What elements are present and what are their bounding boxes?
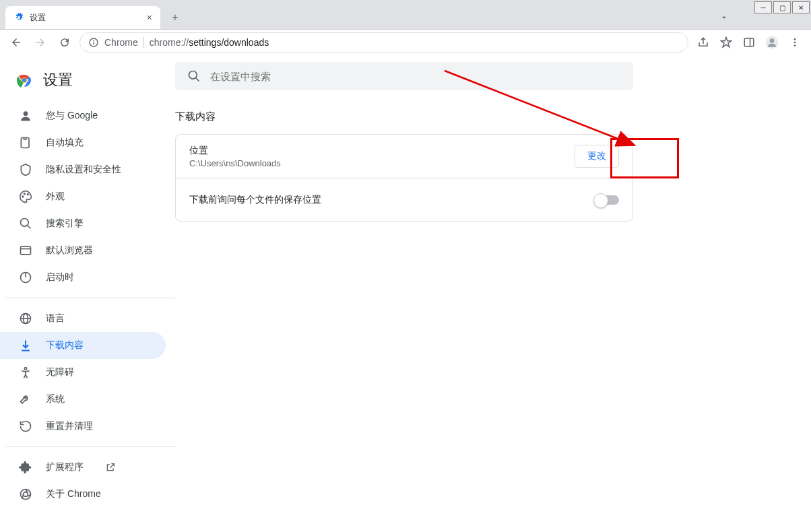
menu-icon[interactable] <box>785 33 804 52</box>
tab-close-icon[interactable]: × <box>147 12 152 23</box>
accessibility-icon <box>19 366 32 379</box>
sidebar-item-label: 隐私设置和安全性 <box>46 164 121 176</box>
side-panel-icon[interactable] <box>740 33 758 52</box>
svg-point-1 <box>93 40 94 41</box>
address-bar: Chrome chrome://settings/downloads <box>0 30 811 55</box>
palette-icon <box>19 190 32 203</box>
wrench-icon <box>19 393 32 406</box>
svg-rect-2 <box>93 42 94 44</box>
reload-button[interactable] <box>55 33 74 52</box>
sidebar-item-label: 系统 <box>46 393 65 405</box>
settings-search[interactable] <box>175 62 633 90</box>
svg-point-15 <box>24 193 26 195</box>
sidebar-item-label: 启动时 <box>46 271 74 284</box>
addressbar-actions <box>694 33 804 52</box>
ask-before-download-row: 下载前询问每个文件的保存位置 <box>176 178 632 221</box>
sidebar-item-startup[interactable]: 启动时 <box>0 264 166 291</box>
svg-point-6 <box>770 38 775 43</box>
change-location-button[interactable]: 更改 <box>575 145 619 168</box>
search-input[interactable] <box>210 71 621 82</box>
sidebar-item-accessibility[interactable]: 无障碍 <box>0 359 166 386</box>
main-content: 下载内容 位置 C:\Users\ns\Downloads 更改 下载前询问每个… <box>175 55 811 532</box>
url-input[interactable]: Chrome chrome://settings/downloads <box>79 32 688 53</box>
forward-button[interactable] <box>31 33 50 52</box>
url-path: settings/downloads <box>189 37 269 48</box>
location-path: C:\Users\ns\Downloads <box>189 158 575 168</box>
sidebar-item-label: 自动填充 <box>46 137 84 149</box>
sidebar-item-languages[interactable]: 语言 <box>0 305 166 332</box>
shield-icon <box>19 163 32 176</box>
svg-point-12 <box>24 111 28 116</box>
bookmark-icon[interactable] <box>717 33 736 52</box>
url-host: chrome:// <box>150 37 189 48</box>
autofill-icon <box>19 136 32 149</box>
sidebar-item-label: 重置并清理 <box>46 420 93 432</box>
sidebar-item-you-and-google[interactable]: 您与 Google <box>0 102 166 129</box>
content-area: 设置 您与 Google 自动填充 隐私设置和安全性 外观 搜索引擎 默认浏览器 <box>0 55 811 532</box>
share-icon[interactable] <box>694 33 713 52</box>
window-controls: ─ ▢ ✕ <box>753 0 811 15</box>
browser-tab-settings[interactable]: 设置 × <box>5 6 160 29</box>
svg-point-14 <box>22 196 24 197</box>
sidebar-item-reset[interactable]: 重置并清理 <box>0 413 166 440</box>
sidebar-item-search-engine[interactable]: 搜索引擎 <box>0 210 166 237</box>
svg-point-26 <box>24 368 26 370</box>
tab-list-dropdown[interactable] <box>717 10 732 25</box>
svg-rect-19 <box>21 246 31 255</box>
svg-point-17 <box>21 219 29 227</box>
sidebar-item-label: 默认浏览器 <box>46 244 93 257</box>
download-location-row: 位置 C:\Users\ns\Downloads 更改 <box>176 135 632 178</box>
sidebar-divider <box>5 446 175 447</box>
globe-icon <box>19 312 32 325</box>
sidebar-item-privacy[interactable]: 隐私设置和安全性 <box>0 156 166 183</box>
svg-line-30 <box>196 78 199 81</box>
maximize-button[interactable]: ▢ <box>773 1 791 13</box>
url-prefix: Chrome <box>104 37 144 48</box>
browser-icon <box>19 244 32 257</box>
sidebar-item-label: 语言 <box>46 312 65 325</box>
profile-icon[interactable] <box>763 33 781 52</box>
location-label: 位置 <box>189 145 575 157</box>
page-title: 设置 <box>43 70 73 90</box>
chrome-outline-icon <box>19 488 32 501</box>
external-link-icon <box>105 462 116 473</box>
sidebar-item-default-browser[interactable]: 默认浏览器 <box>0 237 166 264</box>
downloads-card: 位置 C:\Users\ns\Downloads 更改 下载前询问每个文件的保存… <box>175 134 633 222</box>
site-info-icon[interactable] <box>88 37 99 48</box>
sidebar-item-about[interactable]: 关于 Chrome <box>0 481 166 508</box>
sidebar-item-extensions[interactable]: 扩展程序 <box>0 454 166 481</box>
new-tab-button[interactable]: + <box>166 8 185 27</box>
sidebar-item-appearance[interactable]: 外观 <box>0 183 166 210</box>
sidebar-item-system[interactable]: 系统 <box>0 386 166 413</box>
svg-point-16 <box>28 194 29 195</box>
sidebar-item-label: 您与 Google <box>46 110 98 122</box>
svg-point-11 <box>22 78 26 82</box>
sidebar-divider <box>5 298 175 298</box>
back-button[interactable] <box>7 33 26 52</box>
minimize-button[interactable]: ─ <box>754 1 772 13</box>
restore-icon <box>19 420 32 433</box>
sidebar-item-label: 外观 <box>46 191 65 203</box>
sidebar-item-label: 下载内容 <box>46 339 84 352</box>
svg-line-18 <box>28 226 31 229</box>
section-title: 下载内容 <box>175 110 811 123</box>
close-window-button[interactable]: ✕ <box>792 1 810 13</box>
svg-point-8 <box>794 42 796 44</box>
sidebar-item-label: 扩展程序 <box>46 461 84 473</box>
chrome-logo-icon <box>16 72 32 88</box>
power-icon <box>19 271 32 284</box>
person-icon <box>19 109 32 123</box>
sidebar-item-downloads[interactable]: 下载内容 <box>0 332 166 359</box>
sidebar-item-label: 搜索引擎 <box>46 218 84 230</box>
sidebar-item-autofill[interactable]: 自动填充 <box>0 129 166 156</box>
search-icon <box>19 217 32 230</box>
svg-rect-3 <box>744 38 754 46</box>
sidebar-item-label: 关于 Chrome <box>46 488 101 500</box>
sidebar: 设置 您与 Google 自动填充 隐私设置和安全性 外观 搜索引擎 默认浏览器 <box>0 55 175 532</box>
settings-gear-icon <box>13 12 24 23</box>
svg-point-29 <box>189 71 197 79</box>
ask-before-toggle[interactable] <box>595 195 619 205</box>
ask-before-label: 下载前询问每个文件的保存位置 <box>189 194 595 206</box>
search-icon <box>187 69 201 83</box>
app-header: 设置 <box>0 63 175 102</box>
